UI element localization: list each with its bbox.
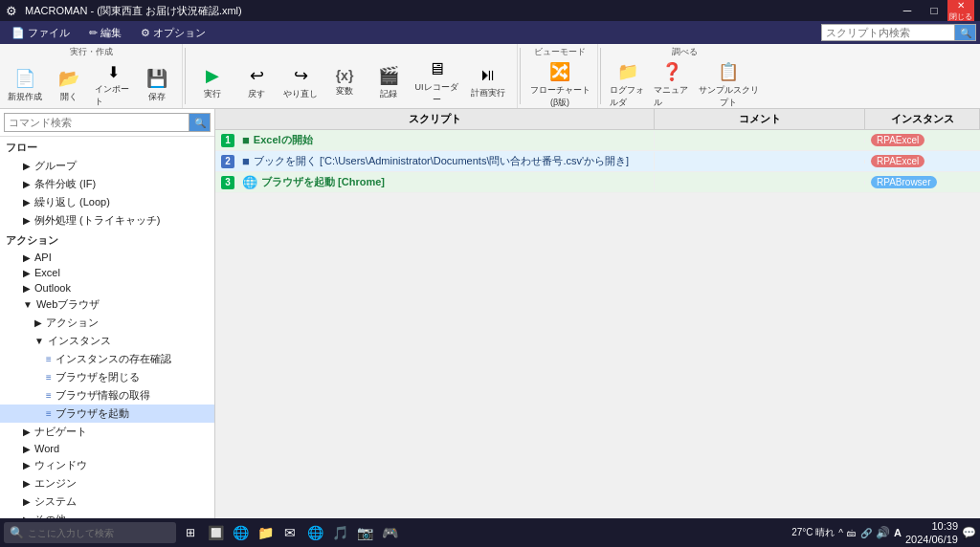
sidebar-item-browser-info[interactable]: ≡ ブラウザ情報の取得 bbox=[0, 386, 214, 405]
sidebar-item-word[interactable]: ▶ Word bbox=[0, 441, 214, 456]
expand-icon: ▶ bbox=[23, 444, 31, 454]
sidebar-item-browser-close[interactable]: ≡ ブラウザを閉じる bbox=[0, 368, 214, 386]
sidebar-item-loop[interactable]: ▶ 繰り返し (Loop) bbox=[0, 193, 214, 211]
sidebar-item-browser-launch[interactable]: ≡ ブラウザを起動 bbox=[0, 405, 214, 423]
options-icon: ⚙ bbox=[141, 27, 150, 39]
save-label: 保存 bbox=[148, 91, 166, 103]
sample-script-button[interactable]: 📋 サンプルスクリプト bbox=[695, 60, 762, 110]
caret-icon[interactable]: ^ bbox=[838, 528, 843, 538]
minimize-button[interactable]: ─ bbox=[894, 0, 921, 21]
variable-button[interactable]: {x} 変数 bbox=[323, 57, 366, 107]
file-icon: ≡ bbox=[46, 408, 52, 419]
sidebar-item-instance-exists[interactable]: ≡ インスタンスの存在確認 bbox=[0, 350, 214, 368]
sidebar-item-label: ウィンドウ bbox=[34, 458, 87, 472]
sidebar-item-group[interactable]: ▶ グループ bbox=[0, 157, 214, 175]
sidebar-content: フロー ▶ グループ ▶ 条件分岐 (IF) ▶ 繰り返し (Loop) ▶ 例… bbox=[0, 137, 214, 518]
flowchart-label: フローチャート (β版) bbox=[529, 84, 590, 109]
taskbar-chrome-icon[interactable]: 🌐 bbox=[304, 522, 325, 543]
comment-col-header: コメント bbox=[655, 109, 865, 129]
taskbar-edge-icon[interactable]: 🌐 bbox=[230, 522, 251, 543]
toolbar-section3-label: ビューモード bbox=[534, 46, 586, 58]
sidebar-item-if[interactable]: ▶ 条件分岐 (IF) bbox=[0, 175, 214, 193]
command-search-input[interactable] bbox=[4, 113, 189, 132]
taskbar-mail-icon[interactable]: ✉ bbox=[279, 522, 301, 543]
expand-icon: ▶ bbox=[23, 427, 31, 437]
volume-icon[interactable]: 🔊 bbox=[876, 526, 890, 539]
command-search-button[interactable]: 🔍 bbox=[189, 113, 211, 132]
import-button[interactable]: ⬇ インポート bbox=[92, 60, 134, 110]
record-button[interactable]: 🎬 記録 bbox=[368, 57, 410, 107]
new-label: 新規作成 bbox=[8, 91, 42, 103]
ime-icon[interactable]: A bbox=[894, 527, 902, 538]
title-bar-right: ─ □ ✕ 閉じる bbox=[894, 0, 974, 21]
instance-badge-1: RPAExcel bbox=[871, 134, 924, 146]
search-button[interactable]: 🔍 bbox=[955, 24, 976, 41]
sidebar-item-webbrowser-instance[interactable]: ▼ インスタンス bbox=[0, 332, 214, 350]
flowchart-button[interactable]: 🔀 フローチャート (β版) bbox=[526, 60, 593, 110]
log-folder-button[interactable]: 📁 ログフォルダ bbox=[607, 60, 649, 110]
taskbar-widgets-icon[interactable]: 🔲 bbox=[205, 522, 226, 543]
undo-button[interactable]: ↩ 戻す bbox=[235, 57, 278, 107]
open-button[interactable]: 📂 開く bbox=[48, 60, 90, 110]
sidebar-item-webbrowser[interactable]: ▼ Webブラウザ bbox=[0, 295, 214, 314]
title-bar: ⚙ MACROMAN - (関東西直 お届け状況確認.xml) ─ □ ✕ 閉じ… bbox=[0, 0, 980, 21]
menu-edit[interactable]: ✏ 編集 bbox=[81, 24, 129, 42]
expand-icon: ▶ bbox=[34, 317, 42, 328]
record-icon: 🎬 bbox=[378, 65, 399, 86]
new-button[interactable]: 📄 新規作成 bbox=[4, 60, 46, 110]
redo-label: やり直し bbox=[283, 88, 318, 100]
script-area: スクリプト コメント インスタンス 1 ■ Excelの開始 RPAExcel bbox=[215, 109, 980, 518]
ui-recorder-label: UIレコーダー bbox=[414, 81, 458, 106]
run-label: 実行 bbox=[204, 88, 221, 100]
menu-file[interactable]: 📄 ファイル bbox=[4, 24, 78, 42]
sidebar-item-webbrowser-actions[interactable]: ▶ アクション bbox=[0, 314, 214, 332]
line-number-2: 2 bbox=[221, 155, 234, 168]
toolbar-section4-label: 調べる bbox=[672, 46, 698, 58]
taskbar-search: 🔍 bbox=[4, 522, 176, 543]
sidebar-item-outlook[interactable]: ▶ Outlook bbox=[0, 280, 214, 295]
taskbar-photo-icon[interactable]: 📷 bbox=[354, 522, 375, 543]
redo-button[interactable]: ↪ やり直し bbox=[279, 57, 322, 107]
search-input[interactable] bbox=[821, 24, 955, 41]
file-icon: ≡ bbox=[46, 372, 52, 383]
new-icon: 📄 bbox=[14, 68, 35, 89]
sidebar-item-excel[interactable]: ▶ Excel bbox=[0, 265, 214, 280]
notification-icon[interactable]: 💬 bbox=[962, 526, 976, 539]
script-line-3-content: 3 🌐 ブラウザを起動 [Chrome] bbox=[215, 173, 655, 191]
table-row[interactable]: 1 ■ Excelの開始 RPAExcel bbox=[215, 130, 980, 151]
table-row[interactable]: 3 🌐 ブラウザを起動 [Chrome] RPABrowser bbox=[215, 172, 980, 193]
sample-script-label: サンプルスクリプト bbox=[698, 84, 759, 109]
menu-bar: 📄 ファイル ✏ 編集 ⚙ オプション 🔍 bbox=[0, 21, 980, 44]
sidebar-item-api[interactable]: ▶ API bbox=[0, 250, 214, 265]
toolbar-section4-buttons: 📁 ログフォルダ ❓ マニュアル 📋 サンプルスクリプト bbox=[607, 60, 762, 110]
menu-options[interactable]: ⚙ オプション bbox=[133, 24, 213, 42]
scheduled-run-button[interactable]: ⏯ 計画実行 bbox=[463, 57, 513, 107]
taskbar-folder-icon[interactable]: 📁 bbox=[255, 522, 276, 543]
table-row[interactable]: 2 ■ ブックを開く ['C:\Users\Administrator\Docu… bbox=[215, 151, 980, 172]
sidebar-item-label: システム bbox=[34, 494, 77, 509]
sidebar: 🔍 フロー ▶ グループ ▶ 条件分岐 (IF) ▶ 繰り返し (Loop) ▶… bbox=[0, 109, 215, 518]
sidebar-item-trycatch[interactable]: ▶ 例外処理 (トライキャッチ) bbox=[0, 211, 214, 230]
close-button[interactable]: ✕ 閉じる bbox=[947, 0, 974, 21]
taskbar-multitask-icon[interactable]: ⊞ bbox=[180, 522, 201, 543]
expand-icon: ▶ bbox=[23, 161, 31, 171]
script-line-2-text: ブックを開く ['C:\Users\Administrator\Document… bbox=[254, 154, 629, 168]
maximize-button[interactable]: □ bbox=[921, 0, 947, 21]
expand-icon: ▶ bbox=[23, 283, 31, 294]
sidebar-item-navigate[interactable]: ▶ ナビゲート bbox=[0, 423, 214, 441]
save-button[interactable]: 💾 保存 bbox=[136, 60, 178, 110]
windows-search-icon: 🔍 bbox=[10, 526, 24, 539]
script-line-3-instance: RPABrowser bbox=[865, 174, 980, 190]
manual-button[interactable]: ❓ マニュアル bbox=[651, 60, 693, 110]
sidebar-item-engine[interactable]: ▶ エンジン bbox=[0, 474, 214, 492]
sidebar-item-other[interactable]: ▶ その他 bbox=[0, 511, 214, 518]
taskbar-search-input[interactable] bbox=[28, 528, 143, 538]
taskbar-game-icon[interactable]: 🎮 bbox=[379, 522, 400, 543]
instance-badge-3: RPABrowser bbox=[871, 176, 937, 188]
ui-recorder-button[interactable]: 🖥 UIレコーダー bbox=[412, 57, 461, 107]
sidebar-item-system[interactable]: ▶ システム bbox=[0, 492, 214, 511]
taskbar-music-icon[interactable]: 🎵 bbox=[329, 522, 350, 543]
sidebar-item-window[interactable]: ▶ ウィンドウ bbox=[0, 456, 214, 474]
run-button[interactable]: ▶ 実行 bbox=[191, 57, 234, 107]
sidebar-item-label: グループ bbox=[34, 159, 77, 173]
